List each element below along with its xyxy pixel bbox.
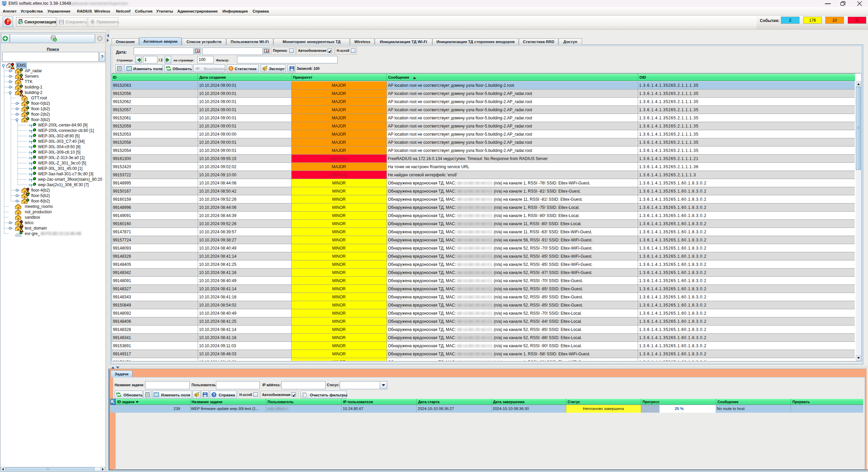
svg-text:?: ? [213,393,215,397]
